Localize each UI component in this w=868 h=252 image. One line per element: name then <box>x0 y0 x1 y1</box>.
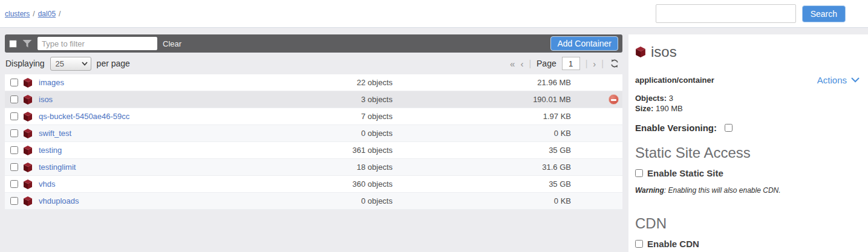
enable-static-site-checkbox[interactable] <box>635 169 643 177</box>
container-name-link[interactable]: qs-bucket-5450ae46-59cc <box>39 112 326 121</box>
pager-separator: | <box>601 59 604 68</box>
object-count: 360 objects <box>326 179 393 189</box>
panel-title-row: isos <box>635 44 860 60</box>
container-list-section: Clear Add Container Displaying 25 per pa… <box>5 34 622 210</box>
pager-separator: | <box>586 59 588 68</box>
object-count: 361 objects <box>326 146 393 155</box>
per-page-label: per page <box>97 59 130 68</box>
static-site-row: Enable Static Site <box>635 168 860 178</box>
actions-label: Actions <box>817 75 847 85</box>
displaying-label: Displaying <box>5 59 45 68</box>
row-checkbox[interactable] <box>10 95 18 103</box>
enable-versioning-checkbox[interactable] <box>725 124 733 132</box>
breadcrumb-separator: / <box>59 10 60 18</box>
prev-page-button[interactable]: ‹ <box>520 59 523 69</box>
next-page-button[interactable]: › <box>593 59 596 69</box>
size-label: Size: <box>635 104 653 113</box>
objects-label: Objects: <box>635 94 667 103</box>
container-name-link[interactable]: images <box>39 78 326 87</box>
container-cube-icon <box>23 112 39 121</box>
funnel-icon[interactable] <box>22 40 32 48</box>
enable-cdn-label: Enable CDN <box>647 239 699 249</box>
table-row[interactable]: testing 361 objects 35 GB <box>5 142 622 159</box>
breadcrumb-separator: / <box>33 10 34 18</box>
table-row[interactable]: isos 3 objects 190.01 MB <box>5 91 622 108</box>
versioning-row: Enable Versioning: <box>635 123 860 133</box>
container-name-link[interactable]: swift_test <box>39 129 326 138</box>
container-cube-icon <box>23 129 39 138</box>
container-size: 35 GB <box>393 146 571 155</box>
container-cube-icon <box>23 196 39 206</box>
breadcrumb-link-clusters[interactable]: clusters <box>5 10 30 18</box>
container-table: images 22 objects 21.96 MB isos 3 object… <box>5 74 622 210</box>
object-count: 3 objects <box>326 95 393 104</box>
chevron-down-icon <box>82 62 88 66</box>
objects-count-line: Objects: 3 <box>635 93 860 103</box>
object-count: 0 objects <box>326 129 393 138</box>
versioning-label: Enable Versioning: <box>635 123 717 133</box>
container-cube-icon <box>23 78 39 88</box>
chevron-down-icon <box>851 77 860 83</box>
filter-toolbar: Clear Add Container <box>5 34 622 53</box>
container-size: 35 GB <box>393 179 571 189</box>
container-size: 31.6 GB <box>393 163 571 172</box>
minus-circle-icon[interactable] <box>609 94 619 105</box>
row-checkbox[interactable] <box>10 79 18 86</box>
pager-controls: « ‹ | Page | › | <box>510 57 619 70</box>
table-row[interactable]: swift_test 0 objects 0 KB <box>5 125 622 142</box>
container-cube-icon <box>23 95 39 105</box>
container-name-link[interactable]: vhds <box>39 179 326 189</box>
main-content: Clear Add Container Displaying 25 per pa… <box>0 28 868 252</box>
select-all-checkbox[interactable] <box>9 40 17 48</box>
object-count: 0 objects <box>326 196 393 205</box>
row-checkbox[interactable] <box>10 112 18 120</box>
container-cube-icon <box>635 47 646 57</box>
first-page-button[interactable]: « <box>510 59 515 69</box>
search-button[interactable]: Search <box>802 5 846 22</box>
object-count: 18 objects <box>326 163 393 172</box>
container-size: 190.01 MB <box>393 95 571 104</box>
container-name-link[interactable]: vhduploads <box>39 196 326 205</box>
search-input[interactable] <box>656 4 796 23</box>
refresh-icon[interactable] <box>610 59 619 68</box>
warning-body: : Enabling this will also enable CDN. <box>664 186 781 195</box>
page-label: Page <box>537 59 556 68</box>
object-count: 22 objects <box>326 78 393 87</box>
table-row[interactable]: testinglimit 18 objects 31.6 GB <box>5 159 622 176</box>
pagination-bar: Displaying 25 per page « ‹ | Page | › | <box>5 53 622 74</box>
container-size: 21.96 MB <box>393 78 571 87</box>
container-size: 0 KB <box>393 196 571 205</box>
size-value: 190 MB <box>656 104 683 113</box>
table-row[interactable]: images 22 objects 21.96 MB <box>5 74 622 91</box>
container-cube-icon <box>23 163 39 172</box>
row-checkbox[interactable] <box>10 146 18 154</box>
row-checkbox[interactable] <box>10 180 18 188</box>
container-detail-panel: isos application/container Actions Objec… <box>628 34 868 252</box>
add-container-button[interactable]: Add Container <box>550 36 618 51</box>
actions-dropdown[interactable]: Actions <box>817 75 860 85</box>
container-size: 1.97 KB <box>393 112 571 121</box>
row-checkbox[interactable] <box>10 197 18 205</box>
container-name-link[interactable]: isos <box>39 95 326 104</box>
per-page-select[interactable]: 25 <box>50 57 91 71</box>
container-name-link[interactable]: testing <box>39 146 326 155</box>
table-row[interactable]: qs-bucket-5450ae46-59cc 7 objects 1.97 K… <box>5 108 622 125</box>
row-checkbox[interactable] <box>10 163 18 171</box>
search-area: Search <box>656 4 846 23</box>
content-type-label: application/container <box>635 76 714 85</box>
page-number-input[interactable] <box>562 57 580 70</box>
container-name-link[interactable]: testinglimit <box>39 163 326 172</box>
container-cube-icon <box>23 179 39 189</box>
table-row[interactable]: vhds 360 objects 35 GB <box>5 176 622 193</box>
breadcrumb-link-cluster[interactable]: dal05 <box>38 10 56 18</box>
enable-cdn-checkbox[interactable] <box>635 240 643 248</box>
static-site-heading: Static Site Access <box>635 144 860 161</box>
panel-title: isos <box>651 44 677 60</box>
clear-filter-button[interactable]: Clear <box>163 39 181 48</box>
filter-input[interactable] <box>38 37 157 50</box>
table-row[interactable]: vhduploads 0 objects 0 KB <box>5 193 622 210</box>
container-size: 0 KB <box>393 129 571 138</box>
row-checkbox[interactable] <box>10 129 18 137</box>
warning-label: Warning <box>635 186 664 195</box>
object-count: 7 objects <box>326 112 393 121</box>
